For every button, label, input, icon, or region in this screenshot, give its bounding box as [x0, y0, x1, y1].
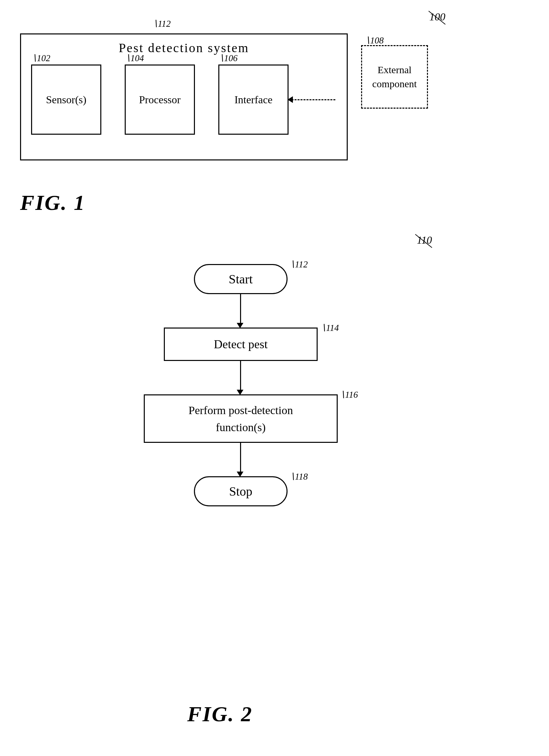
dashed-arrow-line	[289, 99, 335, 100]
arrow1-line	[240, 294, 241, 324]
interface-box: Interface	[218, 65, 289, 135]
system-box: Pest detection system ∖102 Sensor(s) ∖10…	[20, 33, 348, 160]
ref-116: ∖116	[339, 389, 358, 400]
system-title: Pest detection system	[21, 40, 347, 55]
svg-line-0	[429, 11, 445, 24]
post-detection-node: Perform post-detectionfunction(s)	[144, 394, 338, 443]
ref-102: ∖102	[31, 53, 50, 64]
external-component-box: Externalcomponent	[361, 45, 428, 109]
ref-100-line	[420, 9, 447, 26]
arrow3-line	[240, 443, 241, 473]
stop-node: Stop	[194, 476, 288, 506]
ref-110-line	[407, 233, 434, 249]
processor-box: Processor	[125, 65, 195, 135]
fig1-label: FIG. 1	[20, 191, 86, 215]
svg-line-1	[415, 234, 432, 248]
fig2-label: FIG. 2	[187, 702, 253, 727]
ref-112-label-outer: ∖112	[152, 18, 171, 29]
arrow-head-left	[288, 96, 293, 103]
detect-pest-node: Detect pest	[164, 328, 318, 361]
ref-118: ∖118	[289, 471, 308, 482]
ref-106: ∖106	[218, 53, 238, 64]
arrow2-line	[240, 361, 241, 391]
ref-104: ∖104	[125, 53, 144, 64]
ref-108: ∖108	[364, 35, 384, 46]
ref-114: ∖114	[320, 323, 339, 333]
start-node: Start	[194, 264, 288, 294]
sensor-box: Sensor(s)	[31, 65, 101, 135]
ref-112: ∖112	[289, 259, 308, 270]
